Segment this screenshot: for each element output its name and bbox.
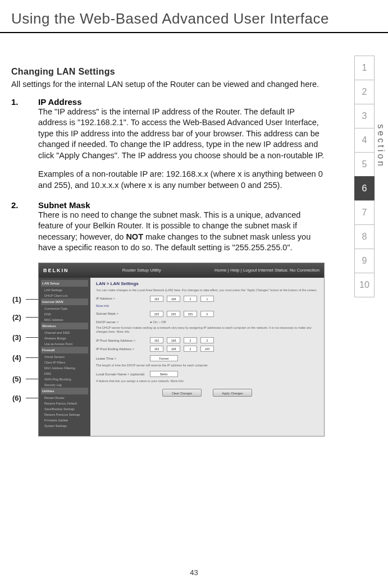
sidebar-item[interactable]: Wireless Bridge bbox=[41, 336, 88, 341]
sidebar-item[interactable]: MAC Address bbox=[41, 317, 88, 323]
router-screenshot: BELKIN Router Setup Utility Home | Help … bbox=[38, 263, 325, 437]
subnet-octet-input[interactable]: 0 bbox=[200, 311, 214, 317]
ip-octet-input[interactable]: 168 bbox=[167, 296, 180, 302]
ip-octet-input[interactable]: 192 bbox=[150, 296, 163, 302]
pool-octet-input[interactable]: 168 bbox=[167, 337, 180, 343]
sidebar-item[interactable]: Client IP Filters bbox=[41, 360, 88, 365]
callout-3: (3) bbox=[12, 333, 21, 342]
section-vertical-label: section bbox=[376, 124, 386, 168]
apply-changes-button[interactable]: Apply Changes bbox=[213, 389, 252, 397]
screenshot-figure: (1) (2) (3) (4) (5) (6) BELKIN Router Se… bbox=[38, 263, 326, 437]
dhcp-label: DHCP server > bbox=[96, 320, 147, 324]
sidebar-section: Firewall bbox=[41, 347, 88, 353]
brand-logo: BELKIN bbox=[43, 268, 69, 273]
sidebar-item[interactable]: LAN Settings bbox=[41, 287, 88, 293]
sidebar-item[interactable]: DHCP Client List bbox=[41, 293, 88, 298]
callout-6: (6) bbox=[12, 394, 21, 402]
item-number: 2. bbox=[11, 200, 25, 210]
list-item-2: 2. Subnet Mask There is no need to chang… bbox=[11, 200, 326, 254]
sidebar-item[interactable]: Virtual Servers bbox=[41, 354, 88, 360]
section-tabs: 1 2 3 4 5 6 7 8 9 10 bbox=[354, 56, 375, 297]
panel-desc: You can make changes to the Local Area N… bbox=[96, 288, 318, 292]
item-paragraph: Examples of a non-routable IP are: 192.1… bbox=[38, 169, 326, 191]
domain-input[interactable]: Belkin bbox=[150, 371, 178, 377]
pool-octet-input[interactable]: 2 bbox=[184, 337, 197, 343]
bold-not: NOT bbox=[126, 232, 143, 241]
pool-octet-input[interactable]: 192 bbox=[150, 337, 163, 343]
utility-title: Router Setup Utility bbox=[122, 268, 161, 273]
ip-address-label: IP Address > bbox=[96, 297, 147, 300]
sidebar-item[interactable]: Connection Type bbox=[41, 306, 88, 311]
sidebar-section: Utilities bbox=[41, 388, 88, 394]
sidebar-section: Internet WAN bbox=[41, 298, 88, 305]
tab-2[interactable]: 2 bbox=[354, 80, 375, 104]
tab-1[interactable]: 1 bbox=[354, 56, 375, 80]
more-info-link[interactable]: More Info bbox=[96, 304, 318, 307]
tab-9[interactable]: 9 bbox=[354, 249, 375, 273]
lease-desc: The length of time the DHCP server will … bbox=[96, 364, 318, 368]
ss-sidebar: LAN Setup LAN Settings DHCP Client List … bbox=[39, 278, 90, 436]
sidebar-item[interactable]: DNS bbox=[41, 311, 88, 317]
sidebar-item[interactable]: Restore Previous Settings bbox=[41, 412, 88, 417]
domain-label: Local Domain Name > (optional) bbox=[96, 373, 147, 376]
pool-start-label: IP Pool Starting Address > bbox=[96, 339, 147, 342]
sidebar-item[interactable]: Firmware Update bbox=[41, 417, 88, 423]
subnet-octet-input[interactable]: 255 bbox=[150, 311, 163, 317]
sidebar-item[interactable]: Channel and SSID bbox=[41, 330, 88, 336]
dhcp-desc: The DHCP server function makes setting u… bbox=[96, 326, 318, 334]
tab-10[interactable]: 10 bbox=[354, 273, 375, 297]
subnet-octet-input[interactable]: 255 bbox=[167, 311, 180, 317]
sidebar-item[interactable]: Restart Router bbox=[41, 395, 88, 401]
ip-octet-input[interactable]: 1 bbox=[200, 296, 214, 302]
domain-desc: A feature that lets you assign a name to… bbox=[96, 379, 318, 383]
tab-3[interactable]: 3 bbox=[354, 104, 375, 128]
sidebar-item[interactable]: System Settings bbox=[41, 423, 88, 429]
item-paragraph: The "IP address" is the internal IP addr… bbox=[38, 107, 326, 162]
subnet-octet-input[interactable]: 255 bbox=[184, 311, 197, 317]
pool-octet-input[interactable]: 100 bbox=[200, 346, 214, 352]
ip-octet-input[interactable]: 2 bbox=[184, 296, 197, 302]
dhcp-radio[interactable]: ● On ○ Off bbox=[150, 320, 166, 324]
pool-octet-input[interactable]: 2 bbox=[200, 337, 214, 343]
clear-changes-button[interactable]: Clear Changes bbox=[162, 389, 202, 397]
sidebar-item[interactable]: Use as Access Point bbox=[41, 341, 88, 347]
sidebar-section: Wireless bbox=[41, 323, 88, 329]
callout-1: (1) bbox=[12, 295, 21, 304]
tab-6[interactable]: 6 bbox=[354, 176, 375, 201]
item-paragraph: There is no need to change the subnet ma… bbox=[38, 210, 326, 254]
pool-octet-input[interactable]: 192 bbox=[150, 346, 163, 352]
section-heading: Changing LAN Settings bbox=[11, 67, 326, 77]
sidebar-item[interactable]: Security Log bbox=[41, 382, 88, 388]
sidebar-item[interactable]: Save/Backup Settings bbox=[41, 406, 88, 412]
tab-4[interactable]: 4 bbox=[354, 128, 375, 153]
ss-header-bar: BELKIN Router Setup Utility Home | Help … bbox=[39, 263, 324, 278]
lease-label: Lease Time > bbox=[96, 357, 147, 360]
pool-octet-input[interactable]: 2 bbox=[184, 346, 197, 352]
callout-4: (4) bbox=[12, 353, 21, 362]
intro-text: All settings for the internal LAN setup … bbox=[11, 79, 326, 90]
page-number: 43 bbox=[0, 568, 388, 577]
list-item-1: 1. IP Address The "IP address" is the in… bbox=[11, 97, 326, 191]
callout-5: (5) bbox=[12, 375, 21, 383]
panel-title: LAN > LAN Settings bbox=[96, 281, 318, 286]
pool-octet-input[interactable]: 168 bbox=[167, 346, 180, 352]
ss-main-panel: LAN > LAN Settings You can make changes … bbox=[90, 278, 324, 436]
page-title: Using the Web-Based Advanced User Interf… bbox=[0, 0, 388, 32]
sidebar-item[interactable]: MAC Address Filtering bbox=[41, 365, 88, 371]
tab-8[interactable]: 8 bbox=[354, 224, 375, 249]
title-divider bbox=[0, 32, 388, 33]
subnet-label: Subnet Mask > bbox=[96, 312, 147, 315]
tab-7[interactable]: 7 bbox=[354, 200, 375, 225]
item-title: Subnet Mask bbox=[38, 200, 90, 210]
sidebar-item[interactable]: WAN Ping Blocking bbox=[41, 376, 88, 382]
sidebar-item[interactable]: DMZ bbox=[41, 371, 88, 376]
item-title: IP Address bbox=[38, 97, 82, 107]
sidebar-item[interactable]: Restore Factory Default bbox=[41, 401, 88, 406]
header-right-text: Home | Help | Logout Internet Status: No… bbox=[214, 268, 319, 273]
pool-end-label: IP Pool Ending Address > bbox=[96, 347, 147, 351]
tab-5[interactable]: 5 bbox=[354, 152, 375, 177]
lease-select[interactable]: Forever bbox=[150, 355, 178, 361]
sidebar-section: LAN Setup bbox=[41, 280, 88, 287]
callout-2: (2) bbox=[12, 313, 21, 321]
item-number: 1. bbox=[11, 97, 25, 107]
